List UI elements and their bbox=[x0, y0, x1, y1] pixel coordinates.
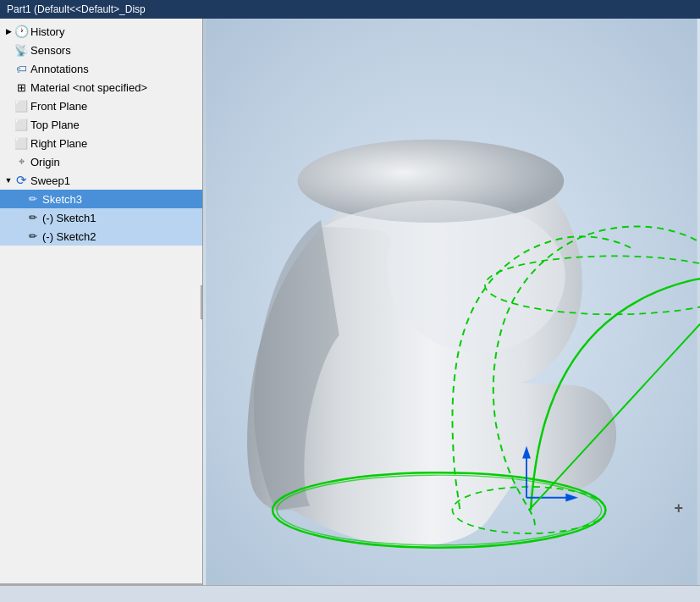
sensors-label: Sensors bbox=[30, 44, 71, 57]
sidebar-bottom-line bbox=[0, 583, 202, 585]
tree-item-sketch3[interactable]: ▶ ✏ Sketch3 bbox=[0, 190, 202, 208]
annotations-icon: 🏷 bbox=[14, 61, 29, 76]
tree-item-rightplane[interactable]: ▶ ⬜ Right Plane bbox=[0, 134, 202, 152]
sensors-icon: 📡 bbox=[14, 42, 29, 58]
tree-item-topplane[interactable]: ▶ ⬜ Top Plane bbox=[0, 115, 202, 134]
3d-viewport[interactable]: + bbox=[203, 19, 700, 585]
sketch3-label: Sketch3 bbox=[42, 193, 82, 206]
tree-item-material[interactable]: ▶ ⊞ Material <not specified> bbox=[0, 78, 202, 97]
main-layout: ▶ 🕐 History ▶ 📡 Sensors ▶ 🏷 Annotations … bbox=[0, 19, 700, 585]
annotations-label: Annotations bbox=[30, 63, 89, 75]
rightplane-icon: ⬜ bbox=[14, 135, 29, 151]
tree-item-sketch2[interactable]: ▶ ✏ (-) Sketch2 bbox=[0, 227, 202, 246]
material-icon: ⊞ bbox=[14, 80, 29, 95]
tree-item-sensors[interactable]: ▶ 📡 Sensors bbox=[0, 41, 202, 59]
feature-tree[interactable]: ▶ 🕐 History ▶ 📡 Sensors ▶ 🏷 Annotations … bbox=[0, 19, 202, 583]
history-label: History bbox=[30, 25, 64, 38]
sketch1-icon: ✏ bbox=[25, 210, 41, 225]
frontplane-label: Front Plane bbox=[30, 100, 87, 113]
title-text: Part1 (Default<<Default>_Disp bbox=[7, 3, 146, 15]
sweep1-label: Sweep1 bbox=[30, 174, 70, 187]
plus-icon: + bbox=[674, 500, 683, 517]
3d-model-svg bbox=[203, 19, 700, 585]
frontplane-icon: ⬜ bbox=[14, 98, 29, 113]
arrow-sweep1: ▼ bbox=[3, 175, 14, 185]
tree-item-sketch1[interactable]: ▶ ✏ (-) Sketch1 bbox=[0, 208, 202, 227]
rightplane-label: Right Plane bbox=[30, 137, 87, 150]
feature-tree-panel: ▶ 🕐 History ▶ 📡 Sensors ▶ 🏷 Annotations … bbox=[0, 19, 203, 585]
title-bar: Part1 (Default<<Default>_Disp bbox=[0, 0, 700, 19]
status-bar bbox=[0, 585, 700, 602]
sketch2-icon: ✏ bbox=[25, 229, 41, 244]
tree-item-sweep1[interactable]: ▼ ⟳ Sweep1 bbox=[0, 171, 202, 190]
sketch3-icon: ✏ bbox=[25, 191, 41, 207]
tree-item-annotations[interactable]: ▶ 🏷 Annotations bbox=[0, 59, 202, 78]
arrow-history: ▶ bbox=[3, 26, 14, 36]
tree-item-origin[interactable]: ▶ ⌖ Origin bbox=[0, 152, 202, 171]
tree-item-frontplane[interactable]: ▶ ⬜ Front Plane bbox=[0, 97, 202, 115]
material-label: Material <not specified> bbox=[30, 81, 147, 94]
topplane-label: Top Plane bbox=[30, 119, 80, 131]
origin-icon: ⌖ bbox=[14, 154, 29, 169]
topplane-icon: ⬜ bbox=[14, 117, 29, 132]
history-icon: 🕐 bbox=[14, 24, 29, 39]
sketch1-label: (-) Sketch1 bbox=[42, 212, 96, 224]
sketch2-label: (-) Sketch2 bbox=[42, 230, 96, 243]
origin-label: Origin bbox=[30, 156, 60, 168]
sweep1-icon: ⟳ bbox=[14, 173, 29, 188]
tree-item-history[interactable]: ▶ 🕐 History bbox=[0, 22, 202, 41]
